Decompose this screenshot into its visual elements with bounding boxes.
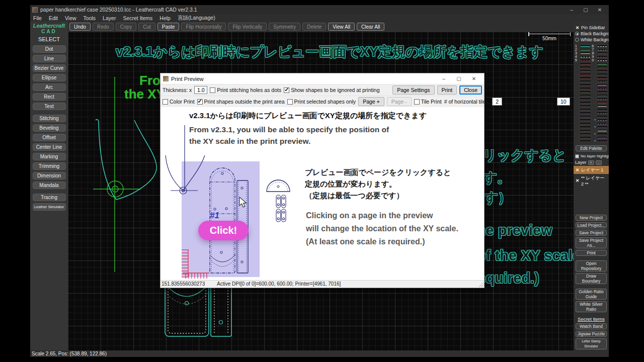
toolbar-button-redo[interactable]: Redo [93,23,114,31]
palette-swatch-left-17[interactable] [575,105,591,107]
close-button[interactable]: Close [459,85,482,95]
resize-grip[interactable] [478,282,484,287]
horizontal-tiles-input[interactable] [492,98,502,106]
palette-swatch-right-15[interactable] [592,98,608,100]
palette-swatch-left-22[interactable] [575,122,591,125]
minimize-icon[interactable] [565,7,579,13]
remove-layer-button[interactable]: - [596,160,602,165]
thickness-input[interactable] [194,86,207,94]
tool-button-tracing[interactable]: Tracing [33,194,66,201]
palette-swatch-right-8[interactable] [592,73,608,75]
toolbar-button-clear-all[interactable]: Clear All [357,23,384,31]
tool-button-ellipse[interactable]: Ellipse [33,74,66,81]
sidebar-button-save-project-as[interactable]: Save Project As... [576,237,607,248]
menu-item-layer[interactable]: Layer [103,15,116,21]
menu-item-help[interactable]: Help [159,15,171,21]
palette-swatch-right-20[interactable] [592,115,608,118]
dialog-close-icon[interactable] [466,76,481,81]
sidebar-button-jigsaw-puzzle[interactable]: Jigsaw Puzzle [576,331,607,337]
sidebar-button-draw-boundary[interactable]: Draw Boundary [576,273,607,284]
sidebar-button-save-project[interactable]: Save Project [576,230,607,236]
palette-swatch-left-6[interactable] [575,66,591,68]
tool-button-dot[interactable]: Dot [33,45,66,53]
tool-button-stitching[interactable]: Stitching [33,115,66,122]
palette-swatch-left-19[interactable] [575,112,591,114]
palette-swatch-left-23[interactable] [575,126,591,128]
print-selected-only-checkbox[interactable]: Print selected shapes only [287,99,356,105]
palette-swatch-right-14[interactable] [592,94,608,97]
layer-row-0[interactable]: レイヤー 1 [574,166,609,174]
palette-swatch-right-18[interactable] [592,108,608,111]
toolbar-button-copy[interactable]: Copy [116,23,136,31]
sidebar-button-load-project[interactable]: Load Project... [576,222,607,228]
palette-swatch-right-4[interactable]: 0 [592,59,608,61]
palette-swatch-left-12[interactable] [575,87,591,89]
palette-swatch-left-18[interactable] [575,108,591,111]
no-layer-highlight-toggle[interactable]: No layer highlight [574,153,609,159]
dialog-title-bar[interactable]: Print Preview [160,73,484,84]
tool-button-line[interactable]: Line [33,55,66,62]
tool-button-leather-simulator[interactable]: Leather Simulator [33,203,66,211]
palette-swatch-right-17[interactable] [592,105,608,107]
palette-swatch-right-6[interactable] [592,66,608,68]
close-icon[interactable] [593,7,607,13]
edit-palette-button[interactable]: Edit Palette [576,145,607,151]
palette-swatch-left-21[interactable] [575,119,591,121]
menu-item-secret-items[interactable]: Secret Items [123,15,152,21]
palette-swatch-right-25[interactable]: • [592,133,608,135]
palette-swatch-left-7[interactable] [575,69,591,72]
palette-swatch-right-26[interactable] [592,136,608,139]
tool-button-rect[interactable]: Rect [33,93,66,101]
toolbar-button-symmetry[interactable]: Symmetry [269,23,300,31]
secret-items-link[interactable]: Secret Items [574,316,609,322]
palette-swatch-right-10[interactable] [592,80,608,82]
sidebar-button-letter-stamp-simulator[interactable]: Letter Stamp Simulator [576,338,607,349]
page-minus-button[interactable]: Page - [387,97,412,106]
toolbar-button-undo[interactable]: Undo [69,23,91,31]
tile-print-checkbox[interactable]: Tile Print [414,99,442,105]
show-ignored-shapes-checkbox[interactable]: Show shapes to be ignored at printing [284,87,379,93]
palette-swatch-left-4[interactable]: 5 [575,59,591,61]
tool-button-arc[interactable]: Arc [33,83,66,91]
palette-swatch-left-13[interactable] [575,90,591,93]
overlap-length-input[interactable] [557,98,570,106]
add-layer-button[interactable]: + [588,160,594,165]
menu-item-language[interactable]: 言語(Language) [178,15,215,22]
sidebar-button-new-project[interactable]: New Project [576,215,607,221]
white-background-radio[interactable]: White Background [574,37,609,43]
print-outside-area-checkbox[interactable]: Print shapes outside the print area [197,99,285,105]
palette-swatch-left-16[interactable] [575,101,591,104]
palette-swatch-left-27[interactable] [575,140,591,142]
maximize-icon[interactable] [579,7,593,13]
black-background-radio[interactable]: Black Background [574,31,609,37]
dialog-minimize-icon[interactable] [436,76,451,81]
palette-swatch-right-21[interactable]: • [592,119,608,121]
palette-swatch-right-12[interactable] [592,87,608,89]
palette-swatch-right-5[interactable] [592,62,608,65]
palette-swatch-right-19[interactable] [592,112,608,114]
print-button[interactable]: Print [437,85,457,95]
palette-swatch-right-22[interactable] [592,122,608,125]
palette-swatch-right-9[interactable] [592,76,608,79]
palette-swatch-left-20[interactable] [575,115,591,118]
tool-button-mandala[interactable]: Mandala [33,182,66,189]
toolbar-button-flip-horizontally[interactable]: Flip Horizontally [181,23,226,31]
palette-swatch-left-25[interactable] [575,133,591,135]
sidebar-button-print[interactable]: Print [576,250,607,256]
sidebar-button-white-silver-ratio[interactable]: White Silver Ratio [576,301,607,312]
page-settings-button[interactable]: Page Settings [392,85,434,95]
toolbar-button-cut[interactable]: Cut [138,23,155,31]
tool-button-text[interactable]: Text [33,103,66,110]
menu-item-tools[interactable]: Tools [84,15,96,21]
palette-swatch-left-5[interactable] [575,62,591,65]
tool-button-bezier-curve[interactable]: Bezier Curve [33,64,66,72]
tool-button-center-line[interactable]: Center Line [33,143,66,151]
palette-swatch-left-9[interactable] [575,76,591,79]
palette-swatch-left-24[interactable] [575,129,591,132]
tool-button-trimming[interactable]: Trimming [33,162,66,170]
layer-visible-checkbox[interactable] [575,168,580,172]
layer-visible-checkbox[interactable] [575,178,580,183]
palette-swatch-right-7[interactable] [592,69,608,72]
palette-swatch-left-26[interactable] [575,136,591,139]
toolbar-button-delete[interactable]: Delete [302,23,326,31]
